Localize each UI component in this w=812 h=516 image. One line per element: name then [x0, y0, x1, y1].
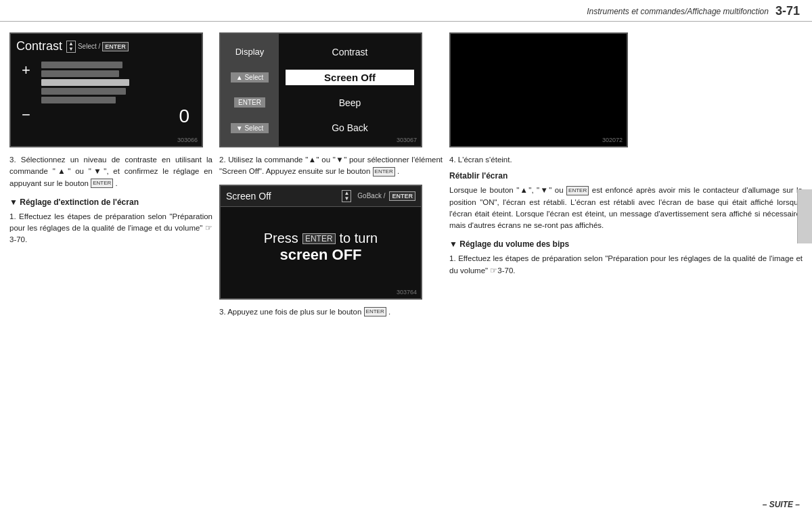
- menu-contrast[interactable]: Contrast: [286, 45, 414, 60]
- enter-inline-2: ENTER: [373, 167, 395, 177]
- screen3-enter-word: ENTER: [302, 233, 336, 244]
- text-block-1: 3. Sélectionnez un niveau de contraste e…: [9, 154, 212, 189]
- screen4-code: 302072: [602, 137, 623, 143]
- screen2-left-panel: Display ▲ Select ENTER ▼ Select: [221, 34, 279, 146]
- screen-black: 302072: [449, 32, 628, 147]
- text1-para: 3. Sélectionnez un niveau de contraste e…: [9, 154, 212, 189]
- screen1-body: + −: [16, 59, 196, 124]
- menu-beep[interactable]: Beep: [286, 95, 414, 110]
- screen3-enter-label: ENTER: [389, 191, 415, 201]
- screen3-code: 303764: [397, 289, 417, 296]
- text2-para2: 3. Appuyez une fois de plus sur le bouto…: [219, 306, 443, 318]
- header-page: 3-71: [775, 4, 800, 18]
- plus-minus: + −: [22, 62, 30, 124]
- screen2-code: 303067: [397, 137, 417, 143]
- col-mid: Display ▲ Select ENTER ▼ Select Contrast…: [219, 32, 449, 322]
- bar-3-active: [41, 79, 129, 86]
- bar-1: [41, 62, 122, 68]
- footer: – SUITE –: [763, 500, 800, 509]
- section-retablir-header: Rétablir l'écran: [449, 170, 803, 182]
- plus-sign: +: [22, 62, 30, 79]
- enter-inline-1: ENTER: [91, 179, 113, 188]
- section-extinction: ▼ Réglage d'extinction de l'écran 1. Eff…: [9, 196, 212, 246]
- col-left: Contrast ▲▼ Select / ENTER + −: [9, 32, 219, 322]
- text-block-2: 2. Utilisez la commande "▲" ou "▼" pour …: [219, 154, 443, 178]
- screen3-body: Press ENTER to turn screen OFF: [221, 207, 421, 288]
- text-block-3: 3. Appuyez une fois de plus sur le bouto…: [219, 306, 443, 318]
- text3-p1: 4. L'écran s'éteint.: [449, 154, 803, 166]
- section-header-extinction: ▼ Réglage d'extinction de l'écran: [9, 196, 212, 208]
- screen1-title: Contrast: [16, 39, 62, 53]
- menu-go-back[interactable]: Go Back: [286, 120, 414, 135]
- text3-body: Lorsque le bouton "▲", "▼" ou ENTER est …: [449, 185, 803, 231]
- screen3-line2: screen OFF: [279, 246, 361, 264]
- enter-inline-right: ENTER: [566, 186, 589, 195]
- menu-screen-off[interactable]: Screen Off: [286, 70, 414, 85]
- bar-4: [41, 88, 126, 95]
- bars-area: [41, 62, 129, 103]
- minus-sign: −: [22, 106, 30, 124]
- select-enter-badge: ▲▼ Select / ENTER: [66, 41, 129, 53]
- bar-5: [41, 97, 116, 103]
- enter-label: ENTER: [102, 42, 129, 51]
- screen3-goback-label: GoBack /: [357, 192, 385, 200]
- header-title: Instruments et commandes/Affichage multi…: [587, 7, 769, 16]
- display-label: Display: [235, 47, 265, 57]
- section1-p1: 1. Effectuez les étapes de préparation s…: [9, 211, 212, 246]
- screen1-code: 303066: [177, 137, 198, 143]
- main-content: Contrast ▲▼ Select / ENTER + −: [0, 22, 812, 329]
- select-up-btn[interactable]: ▲ Select: [231, 72, 269, 83]
- select-down-btn[interactable]: ▼ Select: [231, 123, 269, 133]
- screen-display-menu: Display ▲ Select ENTER ▼ Select Contrast…: [219, 32, 422, 147]
- page-header: Instruments et commandes/Affichage multi…: [0, 0, 812, 22]
- screen3-title: Screen Off: [226, 191, 338, 202]
- enter-btn[interactable]: ENTER: [234, 97, 265, 108]
- enter-inline-3: ENTER: [364, 307, 386, 316]
- screen1-header: Contrast ▲▼ Select / ENTER: [16, 39, 196, 53]
- screen3-header: Screen Off ▲▼ GoBack / ENTER: [221, 186, 421, 207]
- screen3-updown-icon: ▲▼: [342, 190, 351, 202]
- screen-contrast: Contrast ▲▼ Select / ENTER + −: [9, 32, 203, 147]
- updown-icon: ▲▼: [66, 41, 76, 53]
- sidebar-tab: [797, 189, 812, 243]
- section-volume-header: ▼ Réglage du volume des bips: [449, 238, 803, 250]
- text2-para1: 2. Utilisez la commande "▲" ou "▼" pour …: [219, 154, 443, 178]
- text3-section2-p1: 1. Effectuez les étapes de préparation s…: [449, 253, 803, 277]
- zero-label: 0: [179, 105, 189, 127]
- screen3-line1: Press ENTER to turn: [264, 231, 378, 246]
- text-block-right: 4. L'écran s'éteint. Rétablir l'écran Lo…: [449, 154, 803, 277]
- screen2-right-panel: Contrast Screen Off Beep Go Back: [279, 34, 421, 146]
- bar-2: [41, 70, 119, 77]
- col-right: 302072 4. L'écran s'éteint. Rétablir l'é…: [449, 32, 803, 322]
- screen-screen-off-confirm: Screen Off ▲▼ GoBack / ENTER Press ENTER…: [219, 185, 422, 300]
- select-label: Select /: [78, 43, 100, 50]
